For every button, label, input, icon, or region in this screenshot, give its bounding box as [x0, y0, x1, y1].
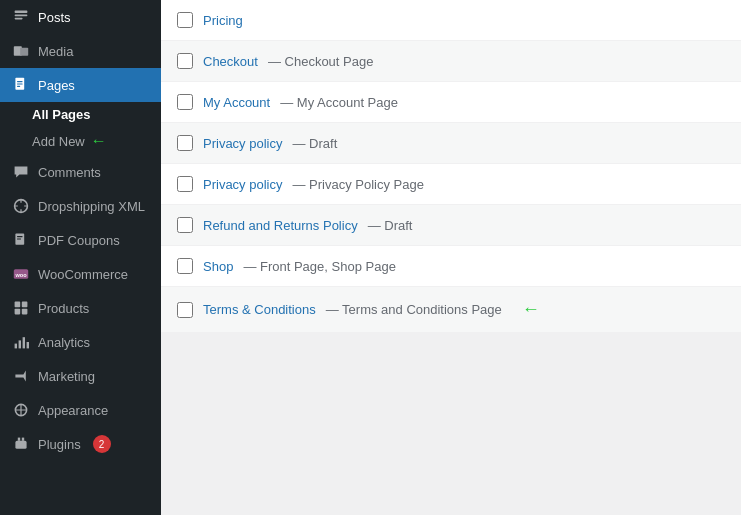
pages-submenu: All Pages Add New ←	[0, 102, 161, 155]
sidebar-item-appearance[interactable]: Appearance	[0, 393, 161, 427]
svg-rect-17	[15, 309, 21, 315]
svg-rect-7	[17, 83, 23, 84]
svg-rect-11	[17, 236, 23, 237]
sidebar-item-marketing-label: Marketing	[38, 369, 95, 384]
page-title-link[interactable]: Checkout	[203, 54, 258, 69]
svg-rect-19	[15, 344, 17, 349]
sidebar-item-marketing[interactable]: Marketing	[0, 359, 161, 393]
svg-rect-24	[18, 438, 20, 441]
submenu-add-new[interactable]: Add New ←	[0, 127, 161, 155]
pages-list: PricingCheckout — Checkout PageMy Accoun…	[161, 0, 741, 333]
plugins-icon	[12, 435, 30, 453]
page-title-link[interactable]: Refund and Returns Policy	[203, 218, 358, 233]
plugins-badge: 2	[93, 435, 111, 453]
page-title-link[interactable]: Pricing	[203, 13, 243, 28]
svg-rect-25	[22, 438, 24, 441]
svg-rect-4	[20, 48, 28, 56]
dropshipping-icon	[12, 197, 30, 215]
sidebar-item-woocommerce-label: WooCommerce	[38, 267, 128, 282]
page-checkbox[interactable]	[177, 94, 193, 110]
sidebar-item-plugins-label: Plugins	[38, 437, 81, 452]
table-row: Shop — Front Page, Shop Page	[161, 246, 741, 287]
page-meta: — My Account Page	[280, 95, 398, 110]
page-meta: — Terms and Conditions Page	[326, 302, 502, 317]
sidebar-item-products[interactable]: Products	[0, 291, 161, 325]
table-row: Checkout — Checkout Page	[161, 41, 741, 82]
analytics-icon	[12, 333, 30, 351]
svg-rect-6	[17, 81, 23, 82]
sidebar-item-comments-label: Comments	[38, 165, 101, 180]
sidebar-item-pages[interactable]: Pages	[0, 68, 161, 102]
terms-arrow-icon: ←	[522, 299, 540, 320]
appearance-icon	[12, 401, 30, 419]
sidebar-item-pdf-coupons[interactable]: PDF Coupons	[0, 223, 161, 257]
sidebar-item-woocommerce[interactable]: woo WooCommerce	[0, 257, 161, 291]
svg-rect-0	[15, 11, 28, 13]
table-row: Refund and Returns Policy — Draft	[161, 205, 741, 246]
products-icon	[12, 299, 30, 317]
page-meta: — Checkout Page	[268, 54, 374, 69]
svg-rect-20	[19, 340, 21, 348]
page-meta: — Front Page, Shop Page	[243, 259, 395, 274]
page-meta: — Draft	[292, 136, 337, 151]
submenu-all-pages[interactable]: All Pages	[0, 102, 161, 127]
page-meta: — Privacy Policy Page	[292, 177, 424, 192]
svg-rect-21	[23, 337, 25, 348]
sidebar-item-comments[interactable]: Comments	[0, 155, 161, 189]
posts-icon	[12, 8, 30, 26]
sidebar-item-pdf-coupons-label: PDF Coupons	[38, 233, 120, 248]
sidebar-item-media-label: Media	[38, 44, 73, 59]
page-checkbox[interactable]	[177, 12, 193, 28]
woocommerce-icon: woo	[12, 265, 30, 283]
svg-rect-2	[15, 18, 23, 20]
sidebar-item-posts[interactable]: Posts	[0, 0, 161, 34]
svg-rect-26	[15, 441, 26, 449]
svg-rect-1	[15, 15, 28, 17]
sidebar-item-analytics[interactable]: Analytics	[0, 325, 161, 359]
sidebar-item-dropshipping-xml[interactable]: Dropshipping XML	[0, 189, 161, 223]
page-checkbox[interactable]	[177, 53, 193, 69]
table-row: Terms & Conditions — Terms and Condition…	[161, 287, 741, 333]
table-row: My Account — My Account Page	[161, 82, 741, 123]
sidebar-item-dropshipping-xml-label: Dropshipping XML	[38, 199, 145, 214]
table-row: Privacy policy — Privacy Policy Page	[161, 164, 741, 205]
svg-rect-22	[27, 342, 29, 348]
marketing-icon	[12, 367, 30, 385]
page-title-link[interactable]: Privacy policy	[203, 136, 282, 151]
svg-rect-18	[22, 309, 28, 315]
page-checkbox[interactable]	[177, 135, 193, 151]
page-title-link[interactable]: Shop	[203, 259, 233, 274]
svg-rect-15	[15, 302, 21, 308]
page-checkbox[interactable]	[177, 258, 193, 274]
media-icon	[12, 42, 30, 60]
sidebar-item-media[interactable]: Media	[0, 34, 161, 68]
page-title-link[interactable]: Privacy policy	[203, 177, 282, 192]
page-checkbox[interactable]	[177, 217, 193, 233]
page-title-link[interactable]: My Account	[203, 95, 270, 110]
svg-rect-12	[17, 238, 21, 239]
svg-rect-8	[17, 86, 20, 87]
svg-text:woo: woo	[14, 272, 27, 278]
comments-icon	[12, 163, 30, 181]
page-meta: — Draft	[368, 218, 413, 233]
svg-rect-16	[22, 302, 28, 308]
sidebar-item-pages-label: Pages	[38, 78, 75, 93]
add-new-arrow-icon: ←	[91, 132, 107, 150]
pages-icon	[12, 76, 30, 94]
page-title-link[interactable]: Terms & Conditions	[203, 302, 316, 317]
page-checkbox[interactable]	[177, 176, 193, 192]
sidebar-item-products-label: Products	[38, 301, 89, 316]
sidebar-item-appearance-label: Appearance	[38, 403, 108, 418]
sidebar-item-analytics-label: Analytics	[38, 335, 90, 350]
sidebar: Posts Media Pages All Pages Add New ← Co…	[0, 0, 161, 515]
sidebar-item-posts-label: Posts	[38, 10, 71, 25]
pdf-coupons-icon	[12, 231, 30, 249]
table-row: Privacy policy — Draft	[161, 123, 741, 164]
table-row: Pricing	[161, 0, 741, 41]
sidebar-item-plugins[interactable]: Plugins 2	[0, 427, 161, 461]
page-checkbox[interactable]	[177, 302, 193, 318]
main-content: PricingCheckout — Checkout PageMy Accoun…	[161, 0, 741, 515]
